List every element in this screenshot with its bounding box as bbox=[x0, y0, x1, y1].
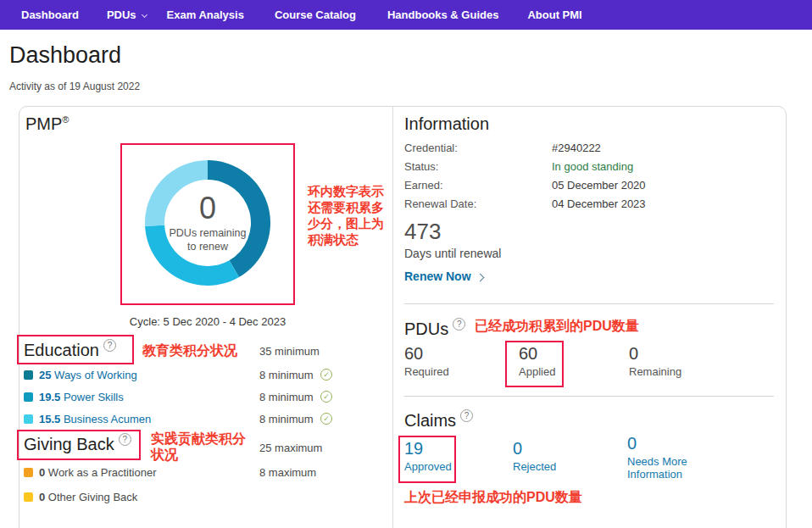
claims-title: Claims? bbox=[404, 409, 473, 431]
giving-back-limit: 25 maximum bbox=[259, 442, 322, 454]
renewal-date: 04 December 2023 bbox=[552, 197, 646, 211]
check-circle-icon: ✓ bbox=[320, 369, 332, 381]
annotation-claims-note: 上次已经申报成功的PDU数量 bbox=[404, 489, 582, 507]
category-color-swatch bbox=[24, 414, 33, 424]
info-label: Renewal Date: bbox=[404, 197, 476, 210]
pdus-required-stat: 60 Required bbox=[404, 344, 449, 378]
education-category-link[interactable]: 15.5 Business Acumen bbox=[39, 413, 151, 425]
information-title: Information bbox=[404, 114, 489, 134]
education-row: 15.5 Business Acumen 8 minimum ✓ bbox=[24, 412, 384, 426]
category-color-swatch bbox=[24, 392, 33, 402]
annotation-box-approved bbox=[398, 436, 456, 483]
annotation-box-applied bbox=[505, 341, 564, 387]
renew-now-link[interactable]: Renew Now bbox=[404, 270, 483, 283]
section-divider bbox=[404, 303, 774, 304]
info-label: Credential: bbox=[404, 142, 458, 154]
help-icon[interactable]: ? bbox=[119, 433, 131, 446]
giving-back-row: 0 Work as a Practitioner 8 maximum bbox=[24, 465, 384, 480]
category-limit: 8 maximum bbox=[259, 465, 316, 480]
registered-mark: ® bbox=[62, 114, 69, 125]
help-icon[interactable]: ? bbox=[103, 339, 116, 352]
education-row: 19.5 Power Skills 8 minimum ✓ bbox=[24, 390, 384, 404]
chevron-down-icon bbox=[142, 12, 147, 18]
annotation-giving-back-note: 实践贡献类积分状况 bbox=[151, 431, 258, 463]
pmi-dashboard-page: Dashboard PDUs Exam Analysis Course Cata… bbox=[0, 0, 812, 528]
education-row: 25 Ways of Working 8 minimum ✓ bbox=[24, 368, 384, 382]
annotation-donut-note: 环内数字表示还需要积累多少分，图上为积满状态 bbox=[308, 183, 396, 247]
activity-date: Activity as of 19 August 2022 bbox=[9, 81, 140, 92]
donut-center-text: 0 PDUs remaining to renew bbox=[140, 155, 275, 291]
annotation-education-note: 教育类积分状况 bbox=[142, 342, 237, 360]
pdus-remaining-stat: 0 Remaining bbox=[629, 344, 681, 378]
nav-pdus[interactable]: PDUs bbox=[107, 8, 147, 21]
days-until-renewal-label: Days until renewal bbox=[404, 247, 501, 260]
education-limit: 35 minimum bbox=[259, 345, 320, 358]
info-row: Earned: 05 December 2020 bbox=[404, 179, 774, 192]
info-row: Renewal Date: 04 December 2023 bbox=[404, 197, 774, 211]
help-icon[interactable]: ? bbox=[453, 318, 465, 331]
section-divider bbox=[404, 396, 774, 397]
giving-back-title: Giving Back? bbox=[24, 433, 131, 454]
category-limit: 8 minimum bbox=[259, 412, 314, 426]
cycle-dates: Cycle: 5 Dec 2020 - 4 Dec 2023 bbox=[120, 315, 295, 328]
category-color-swatch bbox=[24, 370, 33, 380]
info-row: Credential: #2940222 bbox=[404, 142, 774, 155]
top-nav: Dashboard PDUs Exam Analysis Course Cata… bbox=[0, 0, 812, 30]
category-color-swatch bbox=[24, 492, 33, 502]
category-limit: 8 minimum bbox=[259, 368, 314, 382]
nav-exam-analysis[interactable]: Exam Analysis bbox=[167, 8, 244, 21]
annotation-pdus-note: 已经成功积累到的PDU数量 bbox=[475, 318, 639, 336]
pdus-remaining-value: 0 bbox=[199, 192, 216, 225]
category-color-swatch bbox=[24, 468, 33, 477]
pdus-title: PDUs? bbox=[404, 318, 465, 339]
days-until-renewal-value: 473 bbox=[404, 219, 441, 245]
check-circle-icon: ✓ bbox=[320, 413, 332, 425]
card-column-divider bbox=[392, 107, 393, 528]
nav-pdus-label: PDUs bbox=[107, 8, 136, 21]
info-label: Earned: bbox=[404, 179, 443, 192]
education-category-link[interactable]: 19.5 Power Skills bbox=[39, 391, 124, 403]
nav-dashboard[interactable]: Dashboard bbox=[21, 8, 79, 21]
category-limit: 8 minimum bbox=[259, 390, 314, 404]
help-icon[interactable]: ? bbox=[460, 409, 473, 422]
education-title: Education? bbox=[24, 339, 116, 360]
claims-rejected-stat[interactable]: 0 Rejected bbox=[513, 439, 556, 473]
chevron-right-icon bbox=[476, 274, 484, 282]
earned-date: 05 December 2020 bbox=[552, 179, 646, 192]
nav-about-pmi[interactable]: About PMI bbox=[527, 8, 581, 21]
nav-course-catalog[interactable]: Course Catalog bbox=[275, 8, 356, 21]
giving-back-category[interactable]: 0 Other Giving Back bbox=[39, 491, 137, 503]
nav-handbooks-guides[interactable]: Handbooks & Guides bbox=[387, 8, 498, 21]
page-title: Dashboard bbox=[9, 42, 121, 69]
giving-back-category[interactable]: 0 Work as a Practitioner bbox=[39, 466, 157, 479]
education-category-link[interactable]: 25 Ways of Working bbox=[39, 369, 137, 381]
status-value: In good standing bbox=[552, 160, 633, 174]
info-row: Status: In good standing bbox=[404, 160, 774, 174]
check-circle-icon: ✓ bbox=[320, 391, 332, 403]
credential-title: PMP® bbox=[25, 114, 69, 134]
claims-needs-info-stat[interactable]: 0 Needs More Information bbox=[627, 434, 705, 481]
pdus-remaining-label: PDUs remaining to renew bbox=[165, 226, 250, 253]
giving-back-row: 0 Other Giving Back bbox=[24, 490, 384, 504]
credential-number: #2940222 bbox=[552, 142, 601, 155]
info-label: Status: bbox=[404, 160, 438, 173]
